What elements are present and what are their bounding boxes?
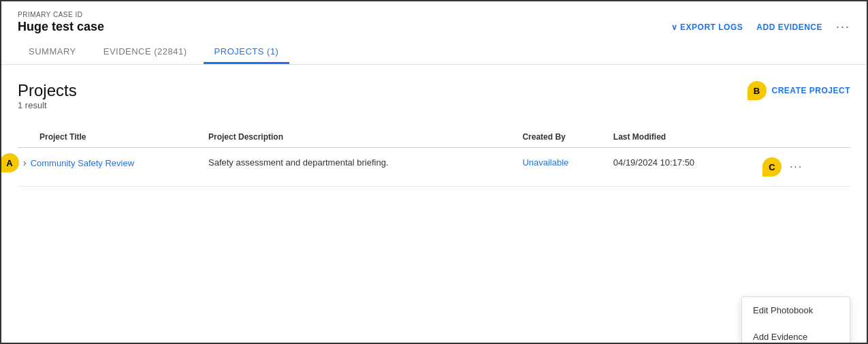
badge-a: A <box>0 153 19 172</box>
result-count: 1 result <box>18 100 77 110</box>
table-header-row: Project Title Project Description Create… <box>18 127 850 148</box>
row-more-actions-button[interactable]: ··· <box>786 158 807 176</box>
projects-header-row: Projects 1 result B CREATE PROJECT <box>18 81 850 124</box>
col-header-actions <box>762 127 850 148</box>
dropdown-add-evidence[interactable]: Add Evidence <box>742 324 850 344</box>
create-project-button[interactable]: CREATE PROJECT <box>772 86 850 95</box>
cell-last-modified: 04/19/2024 10:17:50 <box>613 148 762 187</box>
badge-c: C <box>762 157 782 176</box>
row-expand-icon[interactable]: › <box>23 157 27 168</box>
project-title-link[interactable]: Community Safety Review <box>31 158 134 168</box>
col-header-project-description: Project Description <box>208 127 522 148</box>
primary-case-label: PRIMARY CASE ID <box>18 11 850 18</box>
dropdown-edit-photobook[interactable]: Edit Photobook <box>742 297 850 324</box>
col-header-project-title: Project Title <box>18 127 208 148</box>
create-project-area: B CREATE PROJECT <box>748 81 850 100</box>
header-actions: ∨ EXPORT LOGS ADD EVIDENCE ··· <box>671 20 850 34</box>
case-title-row: Huge test case ∨ EXPORT LOGS ADD EVIDENC… <box>18 20 850 34</box>
actions-cell: C ··· <box>762 157 842 176</box>
main-container: PRIMARY CASE ID Huge test case ∨ EXPORT … <box>0 0 868 344</box>
projects-table: Project Title Project Description Create… <box>18 127 850 187</box>
table-row: A › Community Safety Review Safety asses… <box>18 148 850 187</box>
content-area: Projects 1 result B CREATE PROJECT Proje… <box>1 65 867 343</box>
case-title: Huge test case <box>18 20 104 34</box>
page-title: Projects 1 result <box>18 81 77 124</box>
cell-project-description: Safety assessment and departmental brief… <box>208 148 522 187</box>
col-header-created-by: Created By <box>522 127 613 148</box>
cell-created-by: Unavailable <box>522 148 613 187</box>
dropdown-menu: Edit Photobook Add Evidence Delete <box>741 296 850 344</box>
tabs: SUMMARY EVIDENCE (22841) PROJECTS (1) <box>18 41 850 64</box>
chevron-down-icon: ∨ <box>671 22 678 32</box>
add-evidence-button[interactable]: ADD EVIDENCE <box>756 22 822 32</box>
export-logs-button[interactable]: ∨ EXPORT LOGS <box>671 22 743 32</box>
projects-heading: Projects <box>18 81 77 100</box>
col-header-last-modified: Last Modified <box>613 127 762 148</box>
tab-projects[interactable]: PROJECTS (1) <box>204 41 290 64</box>
tab-summary[interactable]: SUMMARY <box>18 41 87 64</box>
more-actions-button[interactable]: ··· <box>836 20 850 34</box>
cell-actions: C ··· <box>762 148 850 187</box>
tab-evidence[interactable]: EVIDENCE (22841) <box>93 41 198 64</box>
cell-project-title: A › Community Safety Review <box>18 148 208 187</box>
export-logs-label: EXPORT LOGS <box>680 22 743 32</box>
badge-b: B <box>748 81 767 100</box>
header: PRIMARY CASE ID Huge test case ∨ EXPORT … <box>1 1 867 65</box>
created-by-link[interactable]: Unavailable <box>522 157 568 168</box>
project-title-cell-wrapper: A › Community Safety Review <box>23 157 200 168</box>
